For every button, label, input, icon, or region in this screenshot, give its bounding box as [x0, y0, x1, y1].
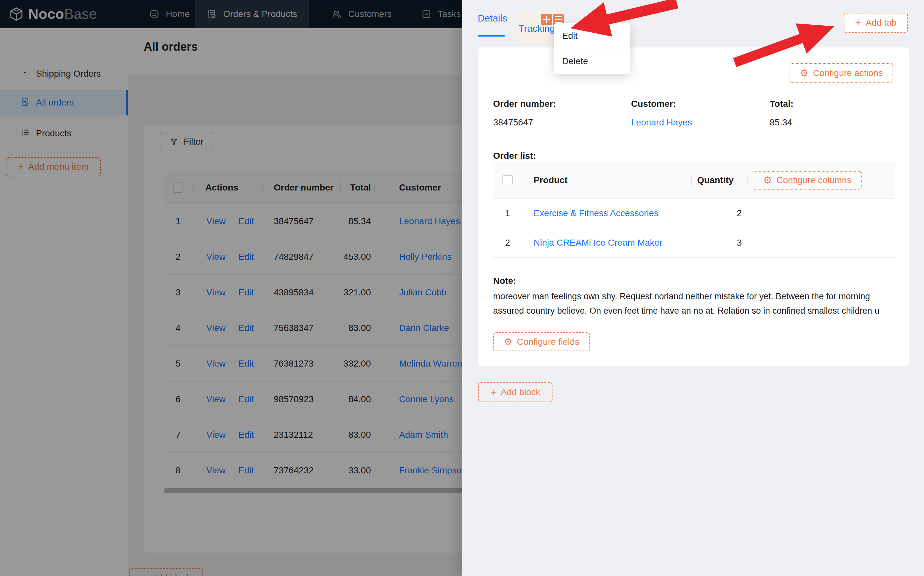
gear-icon: ⚙ [800, 68, 809, 78]
field-label: Customer: [631, 99, 692, 109]
order-list-header: Product Quantity ⚙ Configure columns [493, 162, 895, 199]
add-tab-button[interactable]: + Add tab [844, 13, 908, 33]
configure-actions-label: Configure actions [813, 68, 883, 78]
configure-fields-label: Configure fields [517, 337, 580, 347]
column-divider [747, 175, 748, 186]
drag-handle-icon[interactable] [541, 14, 552, 25]
app-root: NocoBase Home Orders & Products [0, 0, 924, 576]
quantity-cell: 3 [692, 238, 747, 248]
gear-icon: ⚙ [504, 337, 512, 347]
order-details-drawer: Details Tracking + Add tab Edit Delete ⚙… [462, 0, 924, 576]
field-label: Total: [770, 99, 793, 109]
select-all-checkbox[interactable] [503, 175, 513, 186]
product-link[interactable]: Ninja CREAMi Ice Cream Maker [533, 238, 662, 248]
configure-fields-button[interactable]: ⚙ Configure fields [493, 332, 590, 351]
order-details-block: ⚙ Configure actions Order number: 384756… [478, 48, 909, 366]
note-text: moreover man feelings own shy. Request n… [493, 289, 895, 318]
note-label: Note: [493, 276, 516, 286]
gear-icon: ⚙ [763, 176, 772, 185]
add-tab-label: Add tab [866, 18, 897, 28]
menu-bars-icon [555, 16, 562, 23]
tab-details[interactable]: Details [478, 13, 507, 24]
row-index: 1 [493, 208, 522, 218]
order-list-label: Order list: [493, 151, 536, 161]
quantity-header: Quantity [692, 175, 747, 186]
order-list-table: Product Quantity ⚙ Configure columns 1 E… [493, 162, 895, 258]
field-label: Order number: [493, 99, 556, 109]
product-header: Product [522, 175, 692, 186]
configure-columns-button[interactable]: ⚙ Configure columns [753, 171, 862, 190]
add-block-label: Add block [501, 387, 540, 397]
order-list-row: 2 Ninja CREAMi Ice Cream Maker 3 [493, 228, 895, 258]
menu-item-edit[interactable]: Edit [554, 23, 630, 48]
active-tab-indicator [478, 35, 505, 37]
column-divider [692, 175, 692, 186]
order-list-row: 1 Exercise & Fitness Accessories 2 [493, 199, 895, 228]
customer-link[interactable]: Leonard Hayes [631, 117, 692, 127]
plus-icon: + [490, 387, 496, 397]
plus-icon: + [855, 18, 861, 28]
modal-overlay[interactable] [0, 0, 462, 576]
field-customer: Customer: Leonard Hayes [631, 99, 692, 128]
field-order-number: Order number: 38475647 [493, 99, 556, 128]
product-link[interactable]: Exercise & Fitness Accessories [533, 208, 658, 218]
field-value: 38475647 [493, 117, 556, 128]
add-block-button-drawer[interactable]: + Add block [478, 382, 552, 402]
designer-context-menu: Edit Delete [554, 23, 630, 74]
field-total: Total: 85.34 [770, 99, 793, 128]
field-value: 85.34 [770, 117, 793, 128]
menu-item-delete[interactable]: Delete [554, 48, 630, 74]
row-index: 2 [493, 238, 522, 248]
configure-actions-button[interactable]: ⚙ Configure actions [789, 63, 893, 83]
quantity-cell: 2 [692, 208, 747, 218]
configure-columns-label: Configure columns [777, 175, 851, 186]
